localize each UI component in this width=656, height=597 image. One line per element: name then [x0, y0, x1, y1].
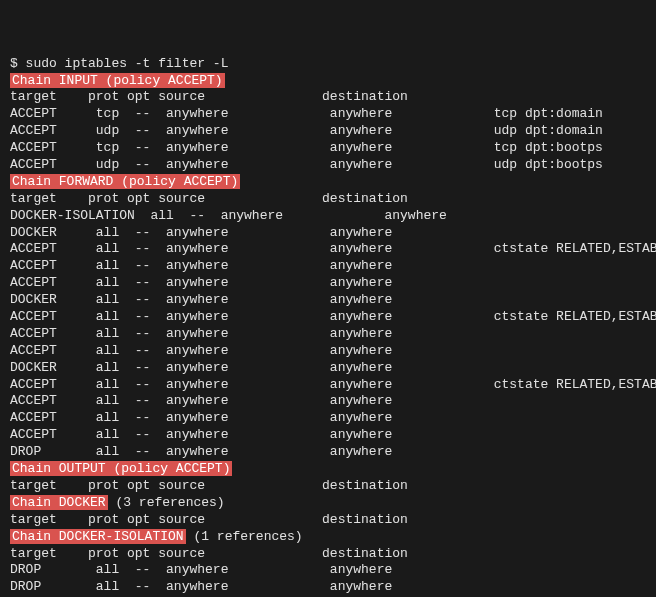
chain-forward-title: Chain FORWARD (policy ACCEPT): [10, 174, 240, 189]
chain-input-title: Chain INPUT (policy ACCEPT): [10, 73, 225, 88]
column-headers: target prot opt source destination: [10, 512, 408, 527]
terminal-output: $ sudo iptables -t filter -L Chain INPUT…: [10, 56, 646, 597]
chain-input-rows: ACCEPT tcp -- anywhere anywhere tcp dpt:…: [10, 106, 646, 174]
command-line: $ sudo iptables -t filter -L: [10, 56, 228, 71]
chain-docker-isolation-title: Chain DOCKER-ISOLATION: [10, 529, 186, 544]
chain-docker-title: Chain DOCKER: [10, 495, 108, 510]
chain-docker-isolation-rows: DROP all -- anywhere anywhere DROP all -…: [10, 562, 646, 597]
column-headers: target prot opt source destination: [10, 89, 408, 104]
chain-forward-rows: DOCKER-ISOLATION all -- anywhere anywher…: [10, 208, 646, 461]
column-headers: target prot opt source destination: [10, 546, 408, 561]
chain-docker-isolation-ref: (1 references): [186, 529, 303, 544]
column-headers: target prot opt source destination: [10, 478, 408, 493]
chain-docker-ref: (3 references): [108, 495, 225, 510]
chain-output-title: Chain OUTPUT (policy ACCEPT): [10, 461, 232, 476]
column-headers: target prot opt source destination: [10, 191, 408, 206]
